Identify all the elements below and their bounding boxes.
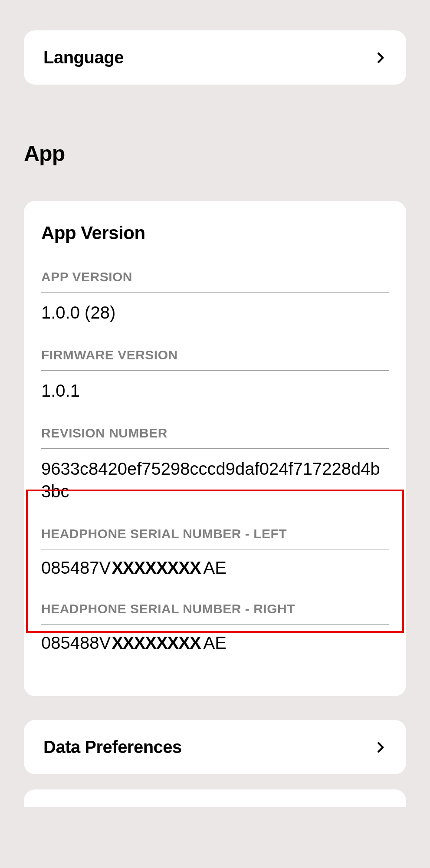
app-version-block: APP VERSION 1.0.0 (28) [41, 270, 389, 324]
revision-number-label: REVISION NUMBER [41, 426, 389, 441]
app-version-value: 1.0.0 (28) [41, 301, 389, 324]
firmware-version-label: FIRMWARE VERSION [41, 348, 389, 362]
app-version-label: APP VERSION [41, 270, 389, 284]
serial-right-value: 085488VXXXXXXXX AE [41, 633, 389, 653]
chevron-right-icon [374, 51, 387, 64]
serial-right-block: HEADPHONE SERIAL NUMBER - RIGHT 085488VX… [41, 602, 389, 653]
serial-left-suffix: AE [204, 558, 226, 578]
divider [41, 292, 389, 293]
divider [41, 549, 389, 549]
partial-next-row [24, 789, 406, 807]
divider [41, 448, 389, 449]
chevron-right-icon [374, 741, 387, 754]
serial-right-prefix: 085488V [41, 633, 111, 653]
serial-right-redacted: XXXXXXXX [112, 633, 200, 653]
serial-left-redacted: XXXXXXXX [112, 558, 200, 578]
firmware-version-value: 1.0.1 [41, 379, 389, 402]
revision-number-value: 9633c8420ef75298cccd9daf024f717228d4b3bc [41, 457, 389, 503]
app-version-title: App Version [41, 223, 389, 243]
app-section-header: App [24, 141, 406, 166]
serial-right-suffix: AE [204, 633, 226, 653]
revision-number-block: REVISION NUMBER 9633c8420ef75298cccd9daf… [41, 426, 389, 503]
divider [41, 624, 389, 625]
language-label: Language [43, 48, 124, 67]
app-version-card: App Version APP VERSION 1.0.0 (28) FIRMW… [24, 201, 406, 696]
language-row[interactable]: Language [24, 30, 406, 85]
firmware-version-block: FIRMWARE VERSION 1.0.1 [41, 348, 389, 402]
divider [41, 370, 389, 371]
serial-right-label: HEADPHONE SERIAL NUMBER - RIGHT [41, 602, 389, 616]
serial-left-label: HEADPHONE SERIAL NUMBER - LEFT [41, 526, 389, 541]
serial-left-value: 085487VXXXXXXXX AE [41, 558, 389, 578]
serial-left-block: HEADPHONE SERIAL NUMBER - LEFT 085487VXX… [41, 526, 389, 578]
data-preferences-label: Data Preferences [43, 737, 182, 757]
data-preferences-row[interactable]: Data Preferences [24, 720, 406, 774]
serial-left-prefix: 085487V [41, 558, 111, 578]
